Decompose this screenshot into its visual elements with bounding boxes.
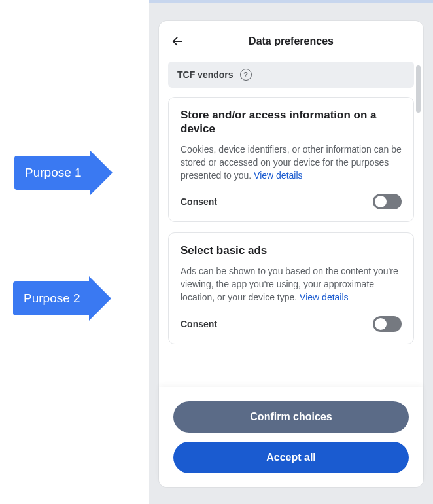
scrollbar-thumb[interactable] [416,65,421,113]
tcf-vendors-label: TCF vendors [177,69,234,80]
purpose-card-store-access: Store and/or access information on a dev… [168,97,414,222]
data-preferences-modal: Data preferences TCF vendors ? Store and… [159,21,423,487]
callout-purpose-2: Purpose 2 [13,281,111,315]
purpose-card-body: Ads can be shown to you based on the con… [181,264,402,304]
modal-header: Data preferences [159,21,423,62]
arrow-head-icon [89,276,111,321]
callout-purpose-1: Purpose 1 [14,156,113,190]
purpose-card-title: Select basic ads [181,243,402,257]
tcf-vendors-bar[interactable]: TCF vendors ? [168,62,414,88]
modal-title: Data preferences [249,35,334,47]
purpose-card-body-text: Ads can be shown to you based on the con… [181,266,398,303]
consent-row: Consent [181,194,402,209]
toggle-knob [375,318,387,330]
back-button[interactable] [168,32,186,50]
modal-footer: Confirm choices Accept all [159,387,423,487]
consent-toggle[interactable] [373,194,402,209]
consent-row: Consent [181,316,402,332]
consent-label: Consent [181,196,217,207]
consent-label: Consent [181,319,217,329]
accept-all-button[interactable]: Accept all [173,442,409,473]
callout-purpose-2-label: Purpose 2 [13,281,90,315]
consent-toggle[interactable] [373,316,402,332]
purpose-card-body: Cookies, device identifiers, or other in… [181,143,402,183]
callout-purpose-1-label: Purpose 1 [14,156,91,190]
purpose-card-select-basic-ads: Select basic ads Ads can be shown to you… [168,232,414,344]
view-details-link[interactable]: View details [300,292,348,302]
view-details-link[interactable]: View details [254,170,302,181]
toggle-knob [375,196,387,207]
modal-scroll-area: TCF vendors ? Store and/or access inform… [159,62,423,387]
arrow-head-icon [90,151,113,195]
purpose-card-title: Store and/or access information on a dev… [181,108,402,136]
help-icon[interactable]: ? [240,69,252,81]
arrow-left-icon [170,34,184,48]
confirm-choices-button[interactable]: Confirm choices [173,401,409,433]
